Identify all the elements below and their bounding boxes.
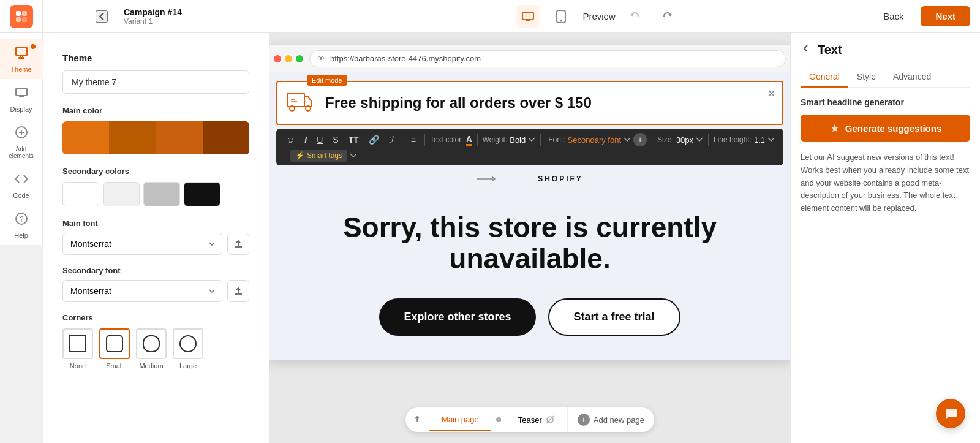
line-height-chevron (767, 137, 775, 142)
chat-bubble[interactable] (936, 399, 965, 428)
corner-none[interactable]: None (62, 328, 93, 369)
main-color-swatches (62, 121, 249, 154)
corner-medium-label: Medium (139, 362, 163, 369)
ai-sparkle-icon (829, 123, 840, 134)
corners-label: Corners (62, 313, 249, 322)
secondary-font-upload-btn[interactable] (227, 280, 249, 302)
heading-btn[interactable]: TT (345, 132, 363, 147)
toolbar-divider-6 (708, 134, 709, 146)
announcement-text: Free shipping for all orders over $ 150 (325, 94, 592, 112)
ai-description: Let our AI suggest new versions of this … (801, 151, 970, 215)
teaser-eye-icon (545, 415, 555, 425)
campaign-info: Campaign #14 Variant 1 (124, 7, 182, 26)
add-icon (14, 125, 29, 143)
underline-btn[interactable]: U (313, 132, 326, 147)
help-icon: ? (14, 211, 29, 229)
announcement-bar[interactable]: Free shipping for all orders over $ 150 … (276, 81, 783, 125)
page-bar: Main page Teaser + Add new page (405, 407, 654, 432)
corner-medium[interactable]: Medium (136, 328, 167, 369)
right-panel-back-btn[interactable] (801, 43, 812, 57)
emoji-btn[interactable]: ☺ (282, 132, 298, 147)
swatch-4[interactable] (203, 121, 249, 154)
main-font-select[interactable]: Montserrat (62, 233, 222, 255)
theme-name-input[interactable] (62, 70, 249, 94)
smart-tags-btn[interactable]: ⚡ Smart tags (290, 150, 347, 162)
explore-stores-btn[interactable]: Explore other stores (379, 298, 535, 336)
swatch-2[interactable] (109, 121, 156, 154)
browser-url: https://barbaras-store-4476.myshopify.co… (330, 54, 481, 63)
secondary-font-select[interactable]: Montserrat (62, 280, 222, 302)
store-unavailable-section: Sorry, this store is currently unavailab… (276, 187, 783, 360)
add-font-btn[interactable]: + (633, 133, 647, 146)
code-icon (14, 172, 29, 189)
mobile-device-btn[interactable] (549, 5, 573, 28)
secondary-swatch-1[interactable] (62, 182, 99, 206)
arrow-left (477, 174, 526, 184)
text-color-label: Text color: (430, 135, 464, 144)
teaser-tab[interactable]: Teaser (506, 409, 567, 431)
announcement-close-btn[interactable]: ✕ (767, 87, 776, 100)
size-label: Size: (657, 135, 674, 144)
text-color-A: A (466, 134, 472, 146)
tab-general[interactable]: General (801, 67, 848, 88)
redo-btn[interactable] (656, 6, 677, 27)
add-page-btn[interactable]: + Add new page (567, 407, 654, 432)
preview-label: Preview (582, 11, 615, 21)
page-bar-collapse[interactable] (405, 409, 429, 430)
secondary-swatches (62, 182, 249, 206)
link-btn[interactable]: 🔗 (365, 132, 383, 147)
browser-url-bar[interactable]: 👁 https://barbaras-store-4476.myshopify.… (309, 50, 786, 67)
tab-style[interactable]: Style (848, 67, 884, 88)
font-label: Font: (548, 135, 565, 144)
store-title: Sorry, this store is currently unavailab… (288, 212, 771, 274)
help-label: Help (14, 232, 28, 239)
sidebar-item-add[interactable]: Add elements (0, 119, 43, 165)
corner-none-label: None (70, 362, 86, 369)
svg-rect-4 (16, 47, 27, 56)
desktop-device-btn[interactable] (516, 5, 540, 28)
edit-mode-badge: Edit mode (307, 75, 347, 86)
right-panel-tabs: General Style Advanced (801, 67, 970, 88)
main-page-tab[interactable]: Main page (429, 409, 491, 431)
start-trial-btn[interactable]: Start a free trial (548, 298, 680, 336)
secondary-swatch-4[interactable] (184, 182, 221, 206)
back-breadcrumb-btn[interactable] (96, 10, 108, 23)
display-icon (14, 85, 29, 103)
sidebar-item-help[interactable]: ? Help (0, 205, 43, 245)
toolbar-divider-5 (652, 134, 652, 146)
size-value: 30px (676, 135, 693, 145)
toolbar-divider-7 (285, 150, 285, 162)
next-top-btn[interactable]: Next (921, 6, 970, 26)
line-height-label: Line height: (714, 135, 752, 144)
ai-section-label: Smart headline generator (801, 97, 970, 107)
main-font-upload-btn[interactable] (227, 233, 249, 255)
sidebar-item-code[interactable]: Code (0, 165, 43, 205)
sidebar-item-display[interactable]: Display (0, 79, 43, 119)
sidebar-item-theme[interactable]: Theme (0, 39, 43, 79)
corner-large-label: Large (179, 362, 197, 369)
corner-small-label: Small (106, 362, 123, 369)
browser-eye-icon: 👁 (317, 54, 325, 63)
generate-suggestions-btn[interactable]: Generate suggestions (801, 115, 970, 142)
tab-advanced[interactable]: Advanced (884, 67, 940, 88)
swatch-3[interactable] (156, 121, 203, 154)
truck-icon (286, 88, 317, 118)
back-top-btn[interactable]: Back (871, 6, 916, 26)
strikethrough-btn[interactable]: S (329, 132, 342, 147)
secondary-swatch-2[interactable] (103, 182, 140, 206)
corner-large[interactable]: Large (173, 328, 203, 369)
undo-btn[interactable] (625, 6, 646, 27)
browser-dot-red (274, 55, 281, 62)
swatch-1[interactable] (62, 121, 109, 154)
corner-small[interactable]: Small (99, 328, 130, 369)
svg-rect-8 (16, 88, 27, 96)
italic-btn[interactable]: I (301, 132, 311, 147)
italic2-btn[interactable]: ℐ (385, 132, 397, 147)
main-color-label: Main color (62, 106, 249, 115)
secondary-swatch-3[interactable] (143, 182, 180, 206)
align-btn[interactable]: ≡ (407, 132, 420, 147)
main-font-label: Main font (62, 219, 249, 228)
add-label: Add elements (3, 146, 40, 159)
teaser-label: Teaser (518, 415, 542, 425)
theme-icon (14, 45, 29, 63)
